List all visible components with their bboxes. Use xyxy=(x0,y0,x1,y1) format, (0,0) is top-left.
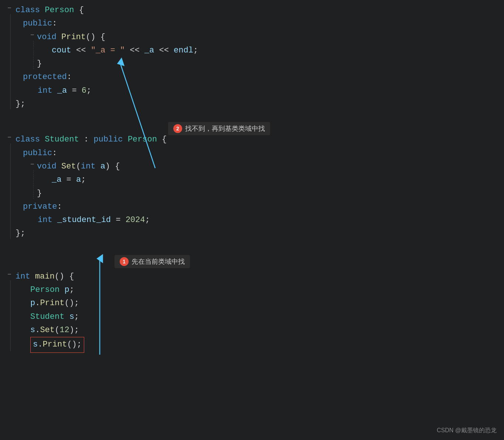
class-student-section: − class Student : public Person { public… xyxy=(7,133,497,240)
student-class-close: }; xyxy=(16,227,497,240)
student-int-id: int _student_id = 2024; xyxy=(38,214,497,227)
person-print-section: − void Print() { cout << "_a = " << _a <… xyxy=(30,31,497,71)
code-container: − class Person { public: − void Print() … xyxy=(0,0,504,440)
person-class-close: }; xyxy=(16,98,497,111)
print-func-body: cout << "_a = " << _a << endl; xyxy=(52,44,497,57)
fold-class-student[interactable]: − xyxy=(7,134,11,141)
fold-set[interactable]: − xyxy=(30,161,34,168)
print-func-header: void Print() { xyxy=(37,31,497,44)
fold-main[interactable]: − xyxy=(7,271,11,278)
main-line2: p.Print(); xyxy=(30,297,497,310)
print-func-close: } xyxy=(37,57,497,71)
main-line4: s.Set(12); xyxy=(30,324,497,337)
annotation-1: 1 先在当前类域中找 xyxy=(115,255,190,268)
set-func-close: } xyxy=(37,187,497,200)
student-public-label: public: xyxy=(23,147,497,160)
annotation-1-text: 先在当前类域中找 xyxy=(132,257,185,266)
annotation-2: 2 找不到，再到基类类域中找 xyxy=(168,122,270,135)
watermark: CSDN @戴墨镜的恐龙 xyxy=(437,427,497,434)
set-func-header: void Set(int a) { xyxy=(37,160,497,173)
main-func-header: int main() { xyxy=(16,270,497,283)
student-private-label: private: xyxy=(23,200,497,214)
main-func-section: − int main() { Person p; p.Print(); Stud… xyxy=(7,270,497,353)
student-set-section: − void Set(int a) { _a = a; } xyxy=(30,160,497,200)
fold-class-person[interactable]: − xyxy=(7,4,11,12)
person-int-a: int _a = 6; xyxy=(38,84,497,98)
main-line5-highlighted: s.Print(); xyxy=(30,337,497,352)
annotation-2-circle: 2 xyxy=(173,124,182,133)
main-line3: Student s; xyxy=(30,310,497,324)
fold-print[interactable]: − xyxy=(30,31,34,39)
person-public-label: public: xyxy=(23,17,497,30)
annotation-1-circle: 1 xyxy=(120,257,129,266)
class-person-section: − class Person { public: − void Print() … xyxy=(7,4,497,111)
set-func-body: _a = a; xyxy=(52,173,497,187)
class-person-header: class Person { xyxy=(16,4,497,17)
main-line1: Person p; xyxy=(30,283,497,297)
person-protected-label: protected: xyxy=(23,71,497,84)
annotation-2-text: 找不到，再到基类类域中找 xyxy=(185,124,265,133)
